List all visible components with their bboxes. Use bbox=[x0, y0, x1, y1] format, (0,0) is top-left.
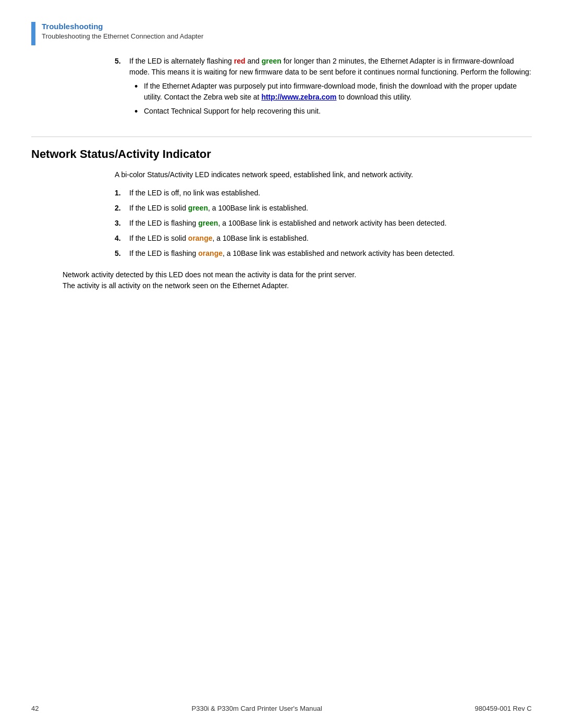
blue-bar-accent bbox=[31, 22, 35, 45]
footer-note-line1: Network activity detected by this LED do… bbox=[63, 269, 532, 280]
section-item-4-orange: orange bbox=[188, 234, 213, 242]
section-item-5: 5. If the LED is flashing orange, a 10Ba… bbox=[115, 248, 532, 259]
section-item-4: 4. If the LED is solid orange, a 10Base … bbox=[115, 233, 532, 244]
section-item-3-green: green bbox=[198, 219, 218, 227]
section-item-5-text-after: , a 10Base link was established and netw… bbox=[223, 249, 455, 257]
section-item-4-text-after: , a 10Base link is established. bbox=[213, 234, 309, 242]
item-5-text-between: and bbox=[246, 57, 262, 65]
section-item-2-text-before: If the LED is solid bbox=[129, 204, 188, 212]
section-item-3-text-before: If the LED is flashing bbox=[129, 219, 198, 227]
section-item-3-content: If the LED is flashing green, a 100Base … bbox=[129, 218, 532, 229]
section-item-3-number: 3. bbox=[115, 218, 129, 229]
section-item-3: 3. If the LED is flashing green, a 100Ba… bbox=[115, 218, 532, 229]
section-item-5-content: If the LED is flashing orange, a 10Base … bbox=[129, 248, 532, 259]
footer-note-line2: The activity is all activity on the netw… bbox=[63, 280, 532, 291]
section-item-5-orange: orange bbox=[198, 249, 223, 257]
item-5-bullet-list: • If the Ethernet Adapter was purposely … bbox=[134, 81, 532, 118]
section-item-1-text: If the LED is off, no link was establish… bbox=[129, 189, 260, 197]
numbered-section: 1. If the LED is off, no link was establ… bbox=[115, 188, 532, 259]
section-item-4-content: If the LED is solid orange, a 10Base lin… bbox=[129, 233, 532, 244]
bullet-content-2: Contact Technical Support for help recov… bbox=[144, 106, 532, 118]
item-5-red-word: red bbox=[234, 57, 246, 65]
breadcrumb-text-area: Troubleshooting Troubleshooting the Ethe… bbox=[42, 21, 203, 41]
section-item-1: 1. If the LED is off, no link was establ… bbox=[115, 188, 532, 199]
section-item-1-number: 1. bbox=[115, 188, 129, 199]
page: Troubleshooting Troubleshooting the Ethe… bbox=[0, 0, 563, 728]
section-heading: Network Status/Activity Indicator bbox=[31, 137, 532, 161]
section-item-5-text-before: If the LED is flashing bbox=[129, 249, 198, 257]
bullet-dot-1: • bbox=[134, 81, 144, 103]
section-intro: A bi-color Status/Activity LED indicates… bbox=[115, 169, 532, 180]
zebra-link[interactable]: http://www.zebra.com bbox=[261, 93, 336, 101]
item-5-number: 5. bbox=[115, 56, 129, 121]
breadcrumb-title: Troubleshooting bbox=[42, 21, 203, 32]
section-item-1-content: If the LED is off, no link was establish… bbox=[129, 188, 532, 199]
page-footer: 42 P330i & P330m Card Printer User's Man… bbox=[0, 705, 563, 712]
bullet-content-1: If the Ethernet Adapter was purposely pu… bbox=[144, 81, 532, 103]
main-content: 5. If the LED is alternately flashing re… bbox=[0, 51, 563, 323]
top-numbered-section: 5. If the LED is alternately flashing re… bbox=[115, 56, 532, 121]
footer-right-text: 980459-001 Rev C bbox=[475, 705, 532, 712]
section-intro-text: A bi-color Status/Activity LED indicates… bbox=[115, 170, 413, 179]
bullet-dot-2: • bbox=[134, 106, 144, 118]
footer-page-number: 42 bbox=[31, 705, 39, 712]
section-item-2-green: green bbox=[188, 204, 208, 212]
footer-center-text: P330i & P330m Card Printer User's Manual bbox=[192, 705, 322, 712]
bullet-item-2: • Contact Technical Support for help rec… bbox=[134, 106, 532, 118]
header-area: Troubleshooting Troubleshooting the Ethe… bbox=[0, 0, 563, 51]
section-item-3-text-after: , a 100Base link is established and netw… bbox=[218, 219, 446, 227]
top-item-5: 5. If the LED is alternately flashing re… bbox=[115, 56, 532, 121]
section-item-2-text-after: , a 100Base link is established. bbox=[208, 204, 308, 212]
section-item-4-number: 4. bbox=[115, 233, 129, 244]
section-item-2-content: If the LED is solid green, a 100Base lin… bbox=[129, 203, 532, 214]
section-item-4-text-before: If the LED is solid bbox=[129, 234, 188, 242]
item-5-green-word: green bbox=[262, 57, 282, 65]
breadcrumb-subtitle: Troubleshooting the Ethernet Connection … bbox=[42, 32, 203, 41]
breadcrumb-container: Troubleshooting Troubleshooting the Ethe… bbox=[31, 21, 532, 45]
section-item-2-number: 2. bbox=[115, 203, 129, 214]
item-5-text-before: If the LED is alternately flashing bbox=[129, 57, 234, 65]
section-item-5-number: 5. bbox=[115, 248, 129, 259]
bullet-item-1: • If the Ethernet Adapter was purposely … bbox=[134, 81, 532, 103]
footer-note: Network activity detected by this LED do… bbox=[63, 269, 532, 291]
section-item-2: 2. If the LED is solid green, a 100Base … bbox=[115, 203, 532, 214]
item-5-content: If the LED is alternately flashing red a… bbox=[129, 56, 532, 121]
